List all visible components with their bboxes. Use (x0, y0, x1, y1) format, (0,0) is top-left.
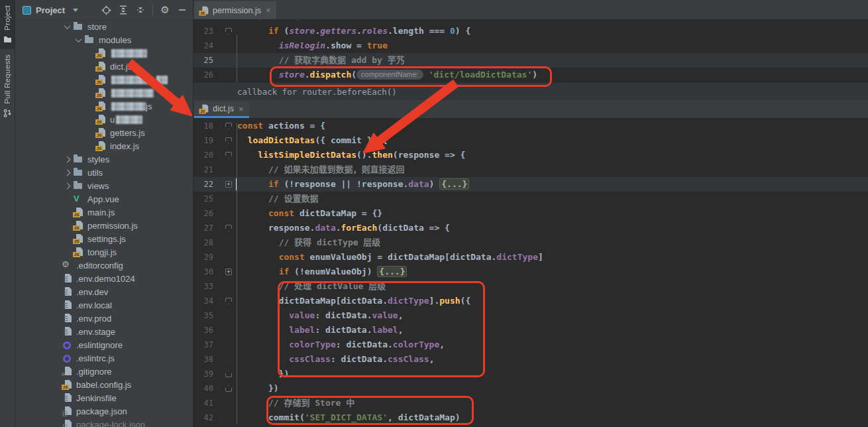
tree-item-Jenkinsfile[interactable]: Jenkinsfile (15, 391, 193, 404)
tree-item-permission.js[interactable]: JSpermission.js (15, 219, 193, 232)
code-line-38[interactable]: 38 cssClass: dictData.cssClass, (193, 352, 868, 367)
fold-range-line (237, 34, 237, 82)
code-line-28[interactable]: 28 // 获得 dictType 层级 (193, 235, 868, 250)
tree-item-package.json[interactable]: {}package.json (15, 404, 193, 418)
tree-item-.gitignore[interactable]: ⊘.gitignore (15, 365, 193, 378)
tree-item-App.vue[interactable]: VApp.vue (15, 192, 193, 206)
tree-item-dict.js[interactable]: JSdict.js (15, 60, 193, 73)
code-line-24[interactable]: 24 isRelogin.show = true (193, 38, 868, 53)
chevron-down-icon[interactable] (73, 9, 78, 12)
dict-js-editor[interactable]: 18const actions = {19 loadDictDatas({ co… (193, 119, 868, 427)
tree-item-.env.stage[interactable]: .env.stage (15, 325, 193, 338)
chevron-expanded-icon[interactable] (75, 36, 81, 42)
tree-item-.editorconfig[interactable]: ⚙.editorconfig (15, 259, 193, 272)
code-line-36[interactable]: 36 label: dictData.label, (193, 323, 868, 337)
tree-item-getters.js[interactable]: JSgetters.js (15, 126, 193, 139)
code-text: const actions = { (237, 119, 325, 133)
hide-panel-icon[interactable] (177, 5, 188, 15)
tree-item-label: tongji.js (87, 247, 117, 257)
tree-item-censored[interactable]: JSu (15, 113, 193, 126)
code-line-41[interactable]: 41 // 存储到 Store 中 (193, 396, 868, 410)
code-line-19[interactable]: 19 loadDictDatas({ commit }) { (193, 133, 868, 148)
tree-item-store[interactable]: store (15, 20, 193, 33)
chevron-collapsed-icon[interactable] (64, 169, 70, 176)
tree-item-styles[interactable]: styles (15, 152, 193, 166)
code-line-23[interactable]: 23 if (store.getters.roles.length === 0)… (193, 24, 868, 38)
tree-item-censored[interactable]: JS (15, 73, 193, 86)
permission-js-editor[interactable]: 22 } else {23 if (store.getters.roles.le… (193, 20, 868, 82)
tree-item-tongji.js[interactable]: JStongji.js (15, 245, 193, 259)
tab-dict-js[interactable]: JS dict.js × (194, 101, 249, 118)
tree-item-babel.config.js[interactable]: JSbabel.config.js (15, 378, 193, 391)
tree-item-.env.local[interactable]: .env.local (15, 298, 193, 312)
stripe-button-project[interactable]: Project (0, 0, 15, 49)
js-file-icon: JS (73, 220, 83, 231)
code-line-40[interactable]: 40 }) (193, 381, 868, 396)
tree-item-.eslintignore[interactable]: .eslintignore (15, 338, 193, 351)
code-line-26[interactable]: 26 store.dispatch(componentName: 'dict/l… (193, 68, 868, 82)
locate-file-icon[interactable] (101, 5, 111, 15)
tab-permission-js[interactable]: JS permission.js × (194, 1, 276, 19)
censored-filename (111, 102, 146, 111)
code-line-35[interactable]: 35 value: dictData.value, (193, 308, 868, 323)
code-line-22[interactable]: 22+ if (!response || !response.data) {..… (193, 177, 868, 192)
close-icon[interactable]: × (239, 105, 244, 113)
tree-item-censored[interactable]: JS (15, 86, 193, 99)
tree-item-.env.dev[interactable]: .env.dev (15, 285, 193, 298)
tree-item-label: .eslintrc.js (76, 353, 115, 363)
context-breadcrumb-bar[interactable]: callback for router.beforeEach() (193, 82, 868, 101)
tree-item-.eslintrc.js[interactable]: .eslintrc.js (15, 351, 193, 365)
fold-marker-icon[interactable] (225, 152, 232, 158)
code-text: commit('SET_DICT_DATAS', dictDataMap) (237, 410, 461, 425)
code-line-20[interactable]: 20 listSimpleDictDatas().then(response =… (193, 148, 868, 162)
tree-item-modules[interactable]: modules (15, 33, 193, 46)
fold-marker-icon[interactable] (225, 385, 232, 392)
fold-marker-icon[interactable] (225, 137, 232, 144)
folder-file-icon (84, 34, 95, 45)
tree-item-.env.demo1024[interactable]: .env.demo1024 (15, 272, 193, 285)
editor-area: JS permission.js × 22 } else {23 if (sto… (193, 0, 868, 427)
tree-item-views[interactable]: views (15, 179, 193, 192)
code-line-39[interactable]: 39 }) (193, 367, 868, 381)
fold-marker-icon[interactable] (225, 123, 232, 129)
stripe-button-pull-requests[interactable]: Pull Requests (0, 49, 15, 123)
fold-marker-icon[interactable] (225, 28, 232, 34)
tree-item-censored[interactable]: JS (15, 46, 193, 60)
code-line-29[interactable]: 29 const enumValueObj = dictDataMap[dict… (193, 250, 868, 265)
tree-item-.env.prod[interactable]: .env.prod (15, 312, 193, 325)
fold-expand-icon[interactable]: + (225, 181, 232, 188)
tree-item-label: dict.js (110, 62, 132, 72)
tree-item-main.js[interactable]: JSmain.js (15, 206, 193, 219)
code-line-25[interactable]: 25 // 获取字典数据 add by 芋艿 (193, 53, 868, 68)
close-icon[interactable]: × (266, 6, 271, 15)
code-line-18[interactable]: 18const actions = { (193, 119, 868, 133)
code-line-27[interactable]: 27 response.data.forEach(dictData => { (193, 221, 868, 235)
expand-all-icon[interactable] (118, 5, 129, 15)
git-file-icon: ⊘ (62, 366, 72, 377)
code-line-25[interactable]: 25 // 设置数据 (193, 192, 868, 206)
settings-gear-icon[interactable]: ⚙ (160, 5, 170, 15)
tree-item-index.js[interactable]: JSindex.js (15, 139, 193, 152)
fold-marker-icon[interactable] (225, 225, 232, 231)
code-line-37[interactable]: 37 colorType: dictData.colorType, (193, 337, 868, 352)
censored-block (156, 76, 168, 84)
tree-item-settings.js[interactable]: JSsettings.js (15, 232, 193, 245)
fold-marker-icon[interactable] (225, 298, 232, 304)
collapse-all-icon[interactable] (135, 5, 146, 15)
tree-item-package-lock.json[interactable]: {}package-lock.json (15, 418, 193, 427)
chevron-collapsed-icon[interactable] (64, 182, 70, 189)
code-line-30[interactable]: 30+ if (!enumValueObj) {...} (193, 265, 868, 279)
code-line-42[interactable]: 42 commit('SET_DICT_DATAS', dictDataMap) (193, 410, 868, 425)
code-line-34[interactable]: 34 dictDataMap[dictData.dictType].push({ (193, 294, 868, 308)
line-number: 30 (195, 265, 213, 279)
chevron-collapsed-icon[interactable] (64, 156, 70, 162)
fold-expand-icon[interactable]: + (225, 269, 232, 275)
tree-item-censored[interactable]: JS js (15, 99, 193, 113)
code-line-33[interactable]: 33 // 处理 dictValue 层级 (193, 279, 868, 294)
chevron-expanded-icon[interactable] (64, 23, 70, 29)
tree-item-utils[interactable]: utils (15, 166, 193, 179)
code-line-21[interactable]: 21 // 如果未加载到数据，则直接返回 (193, 162, 868, 177)
code-line-26[interactable]: 26 const dictDataMap = {} (193, 206, 868, 221)
fold-marker-icon[interactable] (225, 371, 232, 377)
line-number: 23 (195, 24, 213, 38)
